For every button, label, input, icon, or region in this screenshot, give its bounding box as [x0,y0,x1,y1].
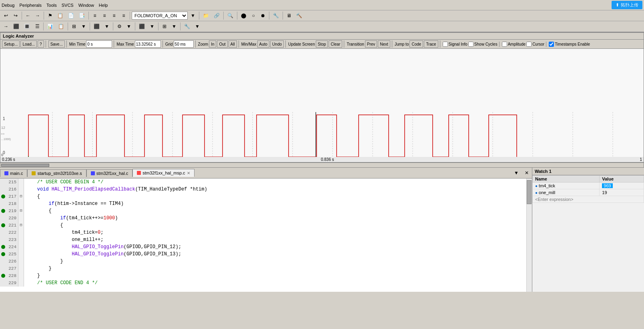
la-show-cycles-check[interactable]: Show Cycles [468,42,498,47]
menu-items: Debug Peripherals Tools SVCS Window Help [2,3,108,8]
watch-row-enter[interactable] [533,196,644,203]
la-zoom-in[interactable]: In [209,40,216,48]
tb-r2-5[interactable]: 📊 [45,22,55,31]
tab-hal-msp[interactable]: stm32f1xx_hal_msp.c ✕ [132,169,194,177]
la-save-btn[interactable]: Save... [48,40,65,48]
tab-startup[interactable]: startup_stm32f103xe.s [27,169,86,177]
tb-r2-8[interactable]: ▼ [79,22,88,31]
tb-r2-13[interactable]: ⬛ [137,22,147,31]
horizontal-scrollbar[interactable] [0,162,644,167]
line-num-225: 225 [6,251,18,258]
signal-dropdown[interactable]: FOLDMOTOR_A_ON [132,12,188,20]
la-signal-info-check[interactable]: Signal Info [443,42,467,47]
tb-r2-18[interactable]: ▼ [193,22,202,31]
la-stop-btn[interactable]: Stop [316,40,328,48]
tab-close-msp[interactable]: ✕ [187,171,190,175]
editor-scroll-thumb[interactable] [527,180,532,204]
tab-hal[interactable]: stm32f1xx_hal.c [86,169,132,177]
back-button[interactable]: ← [24,11,32,20]
code-lines: 215 /* USER CODE BEGIN 4 */ 216 void HAL… [0,179,526,287]
la-setup-group: Setup... Load... ? [2,40,46,48]
tab-icon-hal [91,171,95,175]
tb-r2-12[interactable]: ▼ [124,22,133,31]
circle2[interactable]: ○ [249,11,258,20]
line-bp-221 [0,222,6,229]
la-code-btn[interactable]: Code [409,40,423,48]
la-maxtime-input[interactable] [135,40,161,48]
tb-r2-10[interactable]: ▼ [102,22,111,31]
la-mintime-input[interactable] [86,40,112,48]
tb6[interactable]: ≡ [90,11,99,20]
la-setup-btn[interactable]: Setup... [2,40,20,48]
tb-r2-2[interactable]: ⬛ [11,22,21,31]
menu-svcs[interactable]: SVCS [62,3,74,8]
code-editor[interactable]: 215 /* USER CODE BEGIN 4 */ 216 void HAL… [0,179,526,292]
tb11[interactable]: 🔗 [212,11,222,20]
tb-r2-4[interactable]: ☰ [33,22,42,31]
record-button[interactable]: ⏺ [259,11,267,20]
undo-button[interactable]: ↩ [2,11,10,20]
bookmark-button[interactable]: ⚑ [46,11,54,20]
toolbar-row-2: → ⬛ 🔳 ☰ 📊 📋 ⊞ ▼ ⬛ ▼ ⚙ ▼ ⬛ ▼ ⊞ ▼ 🔧 ▼ [0,21,644,32]
tb-r2-17[interactable]: 🔧 [182,22,192,31]
la-trace-btn[interactable]: Trace [424,40,438,48]
line-223: 223 one_mill++; [0,236,526,243]
la-grid-label: Grid [165,42,173,46]
tab-main-c[interactable]: main.c [0,169,27,177]
forward-button[interactable]: → [33,11,42,20]
monitor-button[interactable]: 🖥 [285,11,293,20]
la-load-btn[interactable]: Load... [20,40,37,48]
tb-r2-11[interactable]: ⚙ [115,22,124,31]
tb-r2-7[interactable]: ⊞ [70,22,78,31]
tools-button[interactable]: 🔨 [294,11,304,20]
tb10[interactable]: 📁 [201,11,211,20]
tb4[interactable]: 📄 [66,11,76,20]
upload-button[interactable]: ⬆ 拓扑上传 [612,1,642,9]
menu-tools[interactable]: Tools [46,3,57,8]
la-cursor-check[interactable]: Cursor [526,42,544,47]
dropdown-arrow[interactable]: ▼ [189,11,197,20]
tb-r2-1[interactable]: → [2,22,10,31]
search-button[interactable]: 🔍 [225,11,235,20]
tb-r2-9[interactable]: ⬛ [92,22,102,31]
tab-overflow-btn[interactable]: ▼ [512,169,521,177]
tb3[interactable]: 📋 [55,11,65,20]
watch-row-1: ● one_mill 19 [533,189,644,196]
la-controls: Setup... Load... ? Save... Min Time Max … [0,40,644,49]
tb7[interactable]: ≡ [100,11,109,20]
line-content-215: /* USER CODE BEGIN 4 */ [24,179,526,186]
tab-close-panel[interactable]: ✕ [522,169,531,177]
tb-r2-15[interactable]: ⊞ [160,22,169,31]
redo-button[interactable]: ↪ [11,11,20,20]
tb5[interactable]: 📑 [77,11,87,20]
circle1[interactable]: ⬤ [239,11,248,20]
la-help-btn[interactable]: ? [38,40,44,48]
la-maxtime-group: Max Time [116,40,163,48]
la-next-btn[interactable]: Next [378,40,390,48]
la-zoom-out[interactable]: Out [217,40,227,48]
menu-peripherals[interactable]: Peripherals [19,3,42,8]
scroll-thumb[interactable] [1,164,49,167]
tb9[interactable]: ≡ [119,11,128,20]
la-zoom-all[interactable]: All [229,40,237,48]
tb-r2-6[interactable]: 📋 [56,22,66,31]
la-amplitude-check[interactable]: Amplitude [502,42,526,47]
menu-help[interactable]: Help [99,3,108,8]
la-clear-btn[interactable]: Clear [329,40,342,48]
watch-expression-input[interactable] [535,197,641,202]
la-minmax-auto[interactable]: Auto [257,40,270,48]
editor-scrollbar[interactable] [526,179,532,292]
la-minmax-undo[interactable]: Undo [270,40,284,48]
la-prev-btn[interactable]: Prev [365,40,377,48]
tb8[interactable]: ≡ [110,11,118,20]
settings-button[interactable]: 🔧 [271,11,281,20]
line-num-216: 216 [6,186,18,193]
tb-r2-3[interactable]: 🔳 [22,22,32,31]
tb-r2-14[interactable]: ▼ [148,22,156,31]
la-timestamps-check[interactable]: Timestamps Enable [549,42,590,47]
menu-debug[interactable]: Debug [2,3,14,8]
watch-enter-expr[interactable] [533,196,644,203]
menu-window[interactable]: Window [78,3,94,8]
la-grid-input[interactable] [174,40,194,48]
tb-r2-16[interactable]: ▼ [170,22,179,31]
